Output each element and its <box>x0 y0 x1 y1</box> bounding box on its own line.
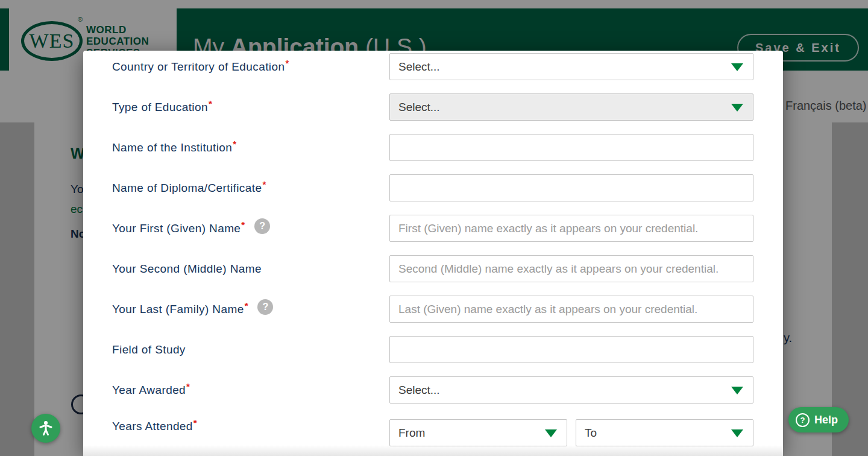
input-cell <box>389 296 753 323</box>
chevron-down-icon <box>731 387 743 394</box>
years-attended-from-select[interactable]: From <box>389 419 567 446</box>
required-marker: * <box>245 300 248 311</box>
question-circle-icon: ? <box>796 413 810 427</box>
chevron-down-icon <box>731 104 743 112</box>
input-cell <box>389 174 753 201</box>
form-row-middle-name: Your Second (Middle) Name <box>83 255 783 282</box>
label-cell: Years Attended* <box>83 420 389 433</box>
label-cell: Year Awarded* <box>83 384 389 397</box>
form-row-diploma: Name of Diploma/Certificate* <box>83 174 783 201</box>
label-cell: Your Last (Family) Name* ? <box>83 302 389 317</box>
input-cell <box>389 215 753 242</box>
credential-form-modal: Country or Territory of Education* Selec… <box>83 51 783 456</box>
select-value: Select... <box>398 60 440 74</box>
label-cell: Name of the Institution* <box>83 141 389 154</box>
first-name-input[interactable] <box>389 215 753 242</box>
institution-name-input[interactable] <box>389 134 753 161</box>
country-of-education-select[interactable]: Select... <box>389 53 753 80</box>
input-cell: Select... <box>389 93 753 121</box>
middle-name-input[interactable] <box>389 255 753 282</box>
last-name-label: Your Last (Family) Name <box>112 303 244 316</box>
accessibility-widget-button[interactable] <box>31 414 60 443</box>
input-cell: Select... <box>389 53 753 80</box>
type-of-education-label: Type of Education <box>112 101 208 114</box>
middle-name-label: Your Second (Middle) Name <box>112 262 262 276</box>
field-of-study-input[interactable] <box>389 336 753 363</box>
label-cell: Name of Diploma/Certificate* <box>83 182 389 195</box>
form-row-years-attended: Years Attended* From To <box>83 419 783 446</box>
diploma-name-input[interactable] <box>389 174 753 201</box>
form-row-field-of-study: Field of Study <box>83 336 783 363</box>
input-cell <box>389 134 753 161</box>
type-of-education-select[interactable]: Select... <box>389 93 753 121</box>
select-value: From <box>398 426 425 440</box>
required-marker: * <box>241 220 245 230</box>
label-cell: Your Second (Middle) Name <box>83 262 389 276</box>
form-row-first-name: Your First (Given) Name* ? <box>83 215 783 242</box>
input-cell: From To <box>389 419 753 446</box>
form-row-institution: Name of the Institution* <box>83 134 783 161</box>
required-marker: * <box>209 98 212 109</box>
select-value: To <box>585 426 597 440</box>
years-attended-to-select[interactable]: To <box>576 419 753 446</box>
input-cell <box>389 255 753 282</box>
form-row-year-awarded: Year Awarded* Select... <box>83 376 783 404</box>
required-marker: * <box>262 179 266 189</box>
select-pair-gap <box>567 419 576 446</box>
help-widget-label: Help <box>814 414 838 426</box>
input-cell: Select... <box>389 376 753 404</box>
input-cell <box>389 336 753 363</box>
help-tooltip-icon[interactable]: ? <box>257 299 273 315</box>
form-row-country: Country or Territory of Education* Selec… <box>83 53 783 80</box>
diploma-name-label: Name of Diploma/Certificate <box>112 182 262 195</box>
select-value: Select... <box>398 101 440 114</box>
last-name-input[interactable] <box>389 296 753 323</box>
country-of-education-label: Country or Territory of Education <box>112 60 285 74</box>
form-row-last-name: Your Last (Family) Name* ? <box>83 296 783 323</box>
label-cell: Your First (Given) Name* ? <box>83 221 389 236</box>
form-row-type: Type of Education* Select... <box>83 93 783 121</box>
required-marker: * <box>186 381 190 391</box>
label-cell: Country or Territory of Education* <box>83 60 389 74</box>
required-marker: * <box>285 58 289 68</box>
required-marker: * <box>193 417 197 428</box>
institution-name-label: Name of the Institution <box>112 141 232 154</box>
chevron-down-icon <box>731 63 743 71</box>
label-cell: Field of Study <box>83 343 389 356</box>
year-awarded-label: Year Awarded <box>112 384 186 397</box>
chevron-down-icon <box>545 429 557 437</box>
help-tooltip-icon[interactable]: ? <box>254 218 270 234</box>
field-of-study-label: Field of Study <box>112 343 186 356</box>
help-widget-button[interactable]: ? Help <box>788 407 849 432</box>
years-attended-label: Years Attended <box>112 420 193 433</box>
first-name-label: Your First (Given) Name <box>112 222 241 235</box>
modal-bottom-scroll-fade <box>83 445 783 456</box>
year-awarded-select[interactable]: Select... <box>389 376 753 404</box>
required-marker: * <box>233 139 236 149</box>
accessibility-person-icon <box>37 419 55 437</box>
label-cell: Type of Education* <box>83 101 389 114</box>
select-value: Select... <box>398 384 440 397</box>
chevron-down-icon <box>731 429 743 437</box>
